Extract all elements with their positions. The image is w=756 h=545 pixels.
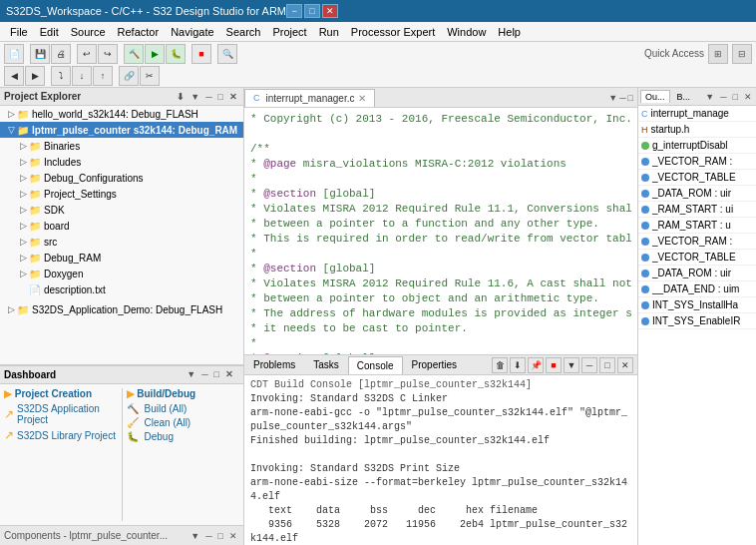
- tb-run-btn[interactable]: ▶: [145, 44, 165, 64]
- console-stop-btn[interactable]: ■: [546, 357, 562, 373]
- console-min-btn[interactable]: ─: [581, 357, 597, 373]
- console-clear-btn[interactable]: 🗑: [492, 357, 508, 373]
- qa-btn2[interactable]: ⊟: [732, 44, 752, 64]
- right-item-6[interactable]: _RAM_START : ui: [638, 202, 756, 218]
- maximize-button[interactable]: □: [304, 4, 320, 18]
- editor-body[interactable]: * Copyright (c) 2013 - 2016, Freescale S…: [244, 108, 637, 354]
- menu-search[interactable]: Search: [220, 25, 267, 39]
- right-min-btn[interactable]: ─: [718, 92, 728, 102]
- right-tab-b[interactable]: B...: [672, 90, 696, 104]
- right-item-2[interactable]: g_interruptDisabl: [638, 138, 756, 154]
- comp-close-btn[interactable]: ✕: [227, 531, 239, 541]
- console-body[interactable]: CDT Build Console [lptmr_pulse_counter_s…: [244, 375, 637, 545]
- explorer-min-btn[interactable]: ─: [203, 92, 213, 102]
- tb-save-btn[interactable]: 💾: [30, 44, 50, 64]
- console-menu-btn[interactable]: ▼: [564, 357, 579, 373]
- tb-debug-btn[interactable]: 🐛: [166, 44, 186, 64]
- menu-window[interactable]: Window: [441, 25, 492, 39]
- explorer-max-btn[interactable]: □: [216, 92, 225, 102]
- menu-navigate[interactable]: Navigate: [165, 25, 219, 39]
- dash-link-clean-all[interactable]: 🧹 Clean (All): [127, 417, 240, 428]
- tb-print-btn[interactable]: 🖨: [51, 44, 71, 64]
- minimize-button[interactable]: −: [286, 4, 302, 18]
- tb-search-btn[interactable]: 🔍: [217, 44, 237, 64]
- tb-new-btn[interactable]: 📄: [4, 44, 24, 64]
- right-max-btn[interactable]: □: [731, 92, 740, 102]
- tree-description[interactable]: ▷ 📄 description.txt: [0, 281, 243, 297]
- tree-src[interactable]: ▷ 📁 src: [0, 234, 243, 250]
- tb-connect-btn[interactable]: 🔗: [119, 66, 139, 86]
- right-item-8[interactable]: _VECTOR_RAM :: [638, 234, 756, 250]
- right-item-4[interactable]: _VECTOR_TABLE: [638, 170, 756, 186]
- proj-item-lptmr[interactable]: ▽ 📁 lptmr_pulse_counter s32k144: Debug_R…: [0, 122, 243, 138]
- menu-edit[interactable]: Edit: [34, 25, 65, 39]
- console-scroll-btn[interactable]: ⬇: [510, 357, 526, 373]
- console-pin-btn[interactable]: 📌: [528, 357, 544, 373]
- qa-btn1[interactable]: ⊞: [708, 44, 728, 64]
- explorer-close-btn[interactable]: ✕: [227, 92, 239, 102]
- right-item-7[interactable]: _RAM_START : u: [638, 218, 756, 234]
- tree-binaries[interactable]: ▷ 📁 Binaries: [0, 138, 243, 154]
- dash-min-btn[interactable]: ─: [199, 369, 209, 379]
- console-max-btn[interactable]: □: [599, 357, 615, 373]
- tab-console[interactable]: Console: [348, 356, 403, 374]
- right-item-11[interactable]: __DATA_END : uim: [638, 281, 756, 297]
- tb-step-in[interactable]: ↓: [72, 66, 92, 86]
- tb-disconnect-btn[interactable]: ✂: [140, 66, 160, 86]
- menu-help[interactable]: Help: [492, 25, 527, 39]
- tree-s32ds-demo[interactable]: ▷ 📁 S32DS_Application_Demo: Debug_FLASH: [0, 301, 243, 317]
- tree-debug-ram[interactable]: ▷ 📁 Debug_RAM: [0, 250, 243, 266]
- tb-step-over[interactable]: ⤵: [51, 66, 71, 86]
- menu-processor[interactable]: Processor Expert: [345, 25, 441, 39]
- tb-undo-btn[interactable]: ↩: [77, 44, 97, 64]
- dash-max-btn[interactable]: □: [212, 369, 221, 379]
- editor-min-btn[interactable]: ─: [619, 93, 625, 103]
- console-close-btn[interactable]: ✕: [617, 357, 633, 373]
- dash-close-btn[interactable]: ✕: [223, 369, 235, 379]
- right-item-3[interactable]: _VECTOR_RAM :: [638, 154, 756, 170]
- tree-debug-config[interactable]: ▷ 📁 Debug_Configurations: [0, 170, 243, 186]
- right-close-btn[interactable]: ✕: [742, 92, 754, 102]
- right-item-0[interactable]: C interrupt_manage: [638, 106, 756, 122]
- editor-tab-interrupt[interactable]: C interrupt_manager.c ✕: [244, 89, 375, 107]
- tb-fwd-btn[interactable]: ▶: [25, 66, 45, 86]
- dash-menu-btn[interactable]: ▼: [185, 369, 197, 379]
- tb-step-out[interactable]: ↑: [93, 66, 113, 86]
- menu-source[interactable]: Source: [65, 25, 112, 39]
- comp-max-btn[interactable]: □: [216, 531, 225, 541]
- explorer-collapse-btn[interactable]: ⬇: [175, 92, 187, 102]
- tree-sdk[interactable]: ▷ 📁 SDK: [0, 202, 243, 218]
- close-button[interactable]: ✕: [322, 4, 338, 18]
- editor-menu-btn[interactable]: ▼: [608, 93, 617, 103]
- tab-properties[interactable]: Properties: [403, 356, 467, 374]
- tree-proj-settings[interactable]: ▷ 📁 Project_Settings: [0, 186, 243, 202]
- tb-stop-btn[interactable]: ■: [191, 44, 211, 64]
- right-item-5[interactable]: _DATA_ROM : uir: [638, 186, 756, 202]
- right-item-12[interactable]: INT_SYS_InstallHa: [638, 297, 756, 313]
- right-item-10[interactable]: _DATA_ROM : uir: [638, 266, 756, 281]
- editor-tab-close[interactable]: ✕: [358, 93, 366, 104]
- proj-item-hello[interactable]: ▷ 📁 hello_world_s32k144: Debug_FLASH: [0, 106, 243, 122]
- dash-link-debug[interactable]: 🐛 Debug: [127, 431, 240, 442]
- menu-run[interactable]: Run: [313, 25, 345, 39]
- tree-board[interactable]: ▷ 📁 board: [0, 218, 243, 234]
- comp-menu-btn[interactable]: ▼: [189, 531, 201, 541]
- tab-tasks[interactable]: Tasks: [304, 356, 348, 374]
- tb-redo-btn[interactable]: ↪: [98, 44, 118, 64]
- tab-problems[interactable]: Problems: [244, 356, 304, 374]
- tree-includes[interactable]: ▷ 📁 Includes: [0, 154, 243, 170]
- explorer-menu-btn[interactable]: ▼: [189, 92, 201, 102]
- right-tab-outline[interactable]: Ou...: [640, 90, 670, 103]
- editor-max-btn[interactable]: □: [628, 93, 633, 103]
- tb-back-btn[interactable]: ◀: [4, 66, 24, 86]
- right-item-13[interactable]: INT_SYS_EnableIR: [638, 313, 756, 329]
- right-menu-btn[interactable]: ▼: [703, 92, 716, 102]
- tb-build-btn[interactable]: 🔨: [124, 44, 144, 64]
- dash-link-app-proj[interactable]: ↗ S32DS Application Project: [4, 403, 118, 425]
- comp-min-btn[interactable]: ─: [203, 531, 213, 541]
- menu-file[interactable]: File: [4, 25, 34, 39]
- dash-link-lib-proj[interactable]: ↗ S32DS Library Project: [4, 428, 118, 442]
- tree-doxygen[interactable]: ▷ 📁 Doxygen: [0, 266, 243, 281]
- dash-link-build-all[interactable]: 🔨 Build (All): [127, 403, 240, 414]
- right-item-1[interactable]: H startup.h: [638, 122, 756, 138]
